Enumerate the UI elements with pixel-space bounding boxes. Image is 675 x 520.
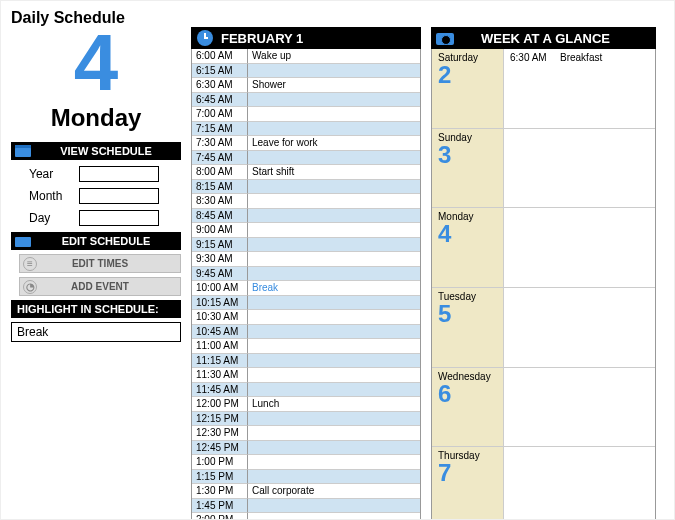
- schedule-row[interactable]: 10:30 AM: [192, 310, 420, 325]
- clock-icon: [195, 29, 215, 47]
- schedule-row[interactable]: 12:15 PM: [192, 412, 420, 427]
- schedule-time: 6:00 AM: [192, 49, 248, 64]
- schedule-event: [248, 325, 420, 340]
- schedule-row[interactable]: 12:30 PM: [192, 426, 420, 441]
- schedule-row[interactable]: 7:15 AM: [192, 122, 420, 137]
- schedule-row[interactable]: 10:45 AM: [192, 325, 420, 340]
- schedule-event: Leave for work: [248, 136, 420, 151]
- week-day-events: [504, 129, 655, 208]
- schedule-event: [248, 64, 420, 79]
- week-day-events: 6:30 AMBreakfast: [504, 49, 655, 128]
- highlight-value-box[interactable]: Break: [11, 322, 181, 342]
- schedule-row[interactable]: 11:45 AM: [192, 383, 420, 398]
- schedule-row[interactable]: 8:00 AMStart shift: [192, 165, 420, 180]
- schedule-row[interactable]: 11:00 AM: [192, 339, 420, 354]
- schedule-event: [248, 441, 420, 456]
- schedule-event: [248, 252, 420, 267]
- schedule-event: [248, 383, 420, 398]
- schedule-event: [248, 368, 420, 383]
- week-event: 6:30 AMBreakfast: [510, 52, 649, 63]
- schedule-event: [248, 223, 420, 238]
- highlight-header: HIGHLIGHT IN SCHEDULE:: [11, 300, 181, 318]
- week-header-text: WEEK AT A GLANCE: [481, 31, 610, 46]
- schedule-time: 1:00 PM: [192, 455, 248, 470]
- week-day[interactable]: Tuesday5: [432, 288, 655, 368]
- week-day[interactable]: Saturday26:30 AMBreakfast: [432, 49, 655, 129]
- schedule-row[interactable]: 2:00 PM: [192, 513, 420, 520]
- schedule-time: 12:30 PM: [192, 426, 248, 441]
- schedule-event: [248, 339, 420, 354]
- schedule-time: 1:15 PM: [192, 470, 248, 485]
- schedule-row[interactable]: 12:00 PMLunch: [192, 397, 420, 412]
- edit-schedule-header: EDIT SCHEDULE: [11, 232, 181, 250]
- schedule-row[interactable]: 11:15 AM: [192, 354, 420, 369]
- week-day-number: 6: [438, 382, 497, 406]
- schedule-time: 12:00 PM: [192, 397, 248, 412]
- year-input[interactable]: [79, 166, 159, 182]
- schedule-row[interactable]: 9:00 AM: [192, 223, 420, 238]
- schedule-time: 6:15 AM: [192, 64, 248, 79]
- week-body: Saturday26:30 AMBreakfastSunday3Monday4T…: [431, 49, 656, 520]
- add-event-button[interactable]: ◔ ADD EVENT: [19, 277, 181, 296]
- schedule-event: [248, 209, 420, 224]
- add-event-label: ADD EVENT: [71, 281, 129, 292]
- schedule-time: 9:45 AM: [192, 267, 248, 282]
- schedule-row[interactable]: 6:30 AMShower: [192, 78, 420, 93]
- week-day[interactable]: Sunday3: [432, 129, 655, 209]
- left-panel: 4 Monday VIEW SCHEDULE Year Month Day ED…: [11, 27, 181, 342]
- year-label: Year: [29, 167, 73, 181]
- schedule-event: [248, 194, 420, 209]
- schedule-row[interactable]: 7:45 AM: [192, 151, 420, 166]
- schedule-row[interactable]: 8:30 AM: [192, 194, 420, 209]
- list-icon: ≡: [23, 257, 37, 271]
- schedule-row[interactable]: 11:30 AM: [192, 368, 420, 383]
- schedule-event: Shower: [248, 78, 420, 93]
- schedule-header-text: FEBRUARY 1: [221, 31, 303, 46]
- week-day[interactable]: Thursday7: [432, 447, 655, 520]
- schedule-row[interactable]: 7:00 AM: [192, 107, 420, 122]
- year-row: Year: [29, 166, 181, 182]
- week-day[interactable]: Monday4: [432, 208, 655, 288]
- schedule-time: 7:15 AM: [192, 122, 248, 137]
- schedule-row[interactable]: 1:30 PMCall corporate: [192, 484, 420, 499]
- schedule-row[interactable]: 12:45 PM: [192, 441, 420, 456]
- day-row: Day: [29, 210, 181, 226]
- week-event-label: Breakfast: [560, 52, 602, 63]
- schedule-time: 8:45 AM: [192, 209, 248, 224]
- schedule-event: [248, 122, 420, 137]
- schedule-row[interactable]: 8:45 AM: [192, 209, 420, 224]
- schedule-event: [248, 238, 420, 253]
- schedule-time: 7:45 AM: [192, 151, 248, 166]
- schedule-event: Break: [248, 281, 420, 296]
- schedule-time: 10:45 AM: [192, 325, 248, 340]
- current-day-name: Monday: [11, 104, 181, 132]
- schedule-time: 10:00 AM: [192, 281, 248, 296]
- schedule-row[interactable]: 9:30 AM: [192, 252, 420, 267]
- schedule-time: 2:00 PM: [192, 513, 248, 520]
- schedule-time: 6:30 AM: [192, 78, 248, 93]
- schedule-event: Start shift: [248, 165, 420, 180]
- week-day-left: Sunday3: [432, 129, 504, 208]
- month-input[interactable]: [79, 188, 159, 204]
- schedule-row[interactable]: 1:00 PM: [192, 455, 420, 470]
- schedule-row[interactable]: 1:45 PM: [192, 499, 420, 514]
- schedule-row[interactable]: 9:45 AM: [192, 267, 420, 282]
- schedule-body: 6:00 AMWake up6:15 AM6:30 AMShower6:45 A…: [191, 49, 421, 520]
- schedule-time: 7:00 AM: [192, 107, 248, 122]
- schedule-row[interactable]: 9:15 AM: [192, 238, 420, 253]
- schedule-row[interactable]: 7:30 AMLeave for work: [192, 136, 420, 151]
- day-input[interactable]: [79, 210, 159, 226]
- schedule-row[interactable]: 10:15 AM: [192, 296, 420, 311]
- edit-times-button[interactable]: ≡ EDIT TIMES: [19, 254, 181, 273]
- current-day-number: 4: [11, 27, 181, 99]
- schedule-row[interactable]: 6:15 AM: [192, 64, 420, 79]
- schedule-row[interactable]: 8:15 AM: [192, 180, 420, 195]
- clock-small-icon: ◔: [23, 280, 37, 294]
- schedule-row[interactable]: 6:45 AM: [192, 93, 420, 108]
- schedule-row[interactable]: 10:00 AMBreak: [192, 281, 420, 296]
- schedule-row[interactable]: 1:15 PM: [192, 470, 420, 485]
- schedule-event: Wake up: [248, 49, 420, 64]
- week-day[interactable]: Wednesday6: [432, 368, 655, 448]
- week-day-events: [504, 288, 655, 367]
- schedule-row[interactable]: 6:00 AMWake up: [192, 49, 420, 64]
